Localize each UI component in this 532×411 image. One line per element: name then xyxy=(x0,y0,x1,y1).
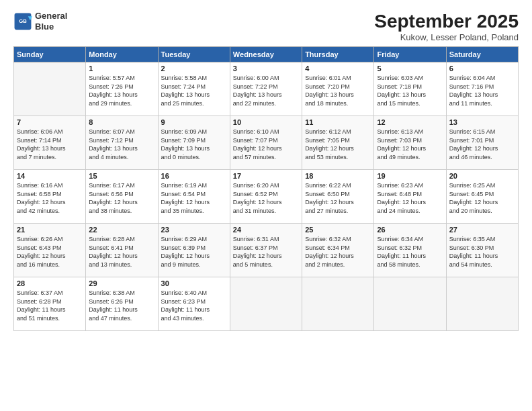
day-info: Sunrise: 6:20 AM Sunset: 6:52 PM Dayligh… xyxy=(233,181,299,215)
day-info: Sunrise: 6:35 AM Sunset: 6:30 PM Dayligh… xyxy=(449,235,515,269)
day-number: 27 xyxy=(449,226,515,234)
calendar-cell xyxy=(230,277,302,331)
day-info: Sunrise: 6:15 AM Sunset: 7:01 PM Dayligh… xyxy=(449,128,515,161)
logo-text: General Blue xyxy=(35,11,67,32)
day-info: Sunrise: 6:00 AM Sunset: 7:22 PM Dayligh… xyxy=(233,74,299,107)
calendar-week-row: 28Sunrise: 6:37 AM Sunset: 6:28 PM Dayli… xyxy=(14,277,519,331)
day-info: Sunrise: 6:03 AM Sunset: 7:18 PM Dayligh… xyxy=(377,74,443,107)
day-number: 1 xyxy=(89,64,154,73)
day-info: Sunrise: 5:58 AM Sunset: 7:24 PM Dayligh… xyxy=(161,74,227,107)
day-info: Sunrise: 6:10 AM Sunset: 7:07 PM Dayligh… xyxy=(233,128,299,161)
day-number: 16 xyxy=(161,172,227,180)
day-number: 26 xyxy=(377,226,443,234)
day-number: 17 xyxy=(233,172,299,180)
day-info: Sunrise: 6:26 AM Sunset: 6:43 PM Dayligh… xyxy=(17,235,83,269)
calendar-cell: 7Sunrise: 6:06 AM Sunset: 7:14 PM Daylig… xyxy=(14,116,86,170)
day-number: 11 xyxy=(305,118,371,126)
day-number: 15 xyxy=(89,172,154,180)
day-info: Sunrise: 6:34 AM Sunset: 6:32 PM Dayligh… xyxy=(377,235,443,269)
logo: GB General Blue xyxy=(13,11,67,32)
calendar-cell: 19Sunrise: 6:23 AM Sunset: 6:48 PM Dayli… xyxy=(374,170,446,224)
day-number: 19 xyxy=(377,172,443,180)
day-info: Sunrise: 6:16 AM Sunset: 6:58 PM Dayligh… xyxy=(17,181,83,215)
logo-icon: GB xyxy=(13,12,32,31)
day-info: Sunrise: 5:57 AM Sunset: 7:26 PM Dayligh… xyxy=(89,74,154,107)
day-info: Sunrise: 6:37 AM Sunset: 6:28 PM Dayligh… xyxy=(17,289,83,322)
day-info: Sunrise: 6:04 AM Sunset: 7:16 PM Dayligh… xyxy=(449,74,515,107)
day-info: Sunrise: 6:01 AM Sunset: 7:20 PM Dayligh… xyxy=(305,74,371,107)
day-number: 24 xyxy=(233,226,299,234)
title-block: September 2025 Kukow, Lesser Poland, Pol… xyxy=(374,11,519,42)
calendar-cell xyxy=(446,277,518,331)
day-number: 25 xyxy=(305,226,371,234)
day-number: 12 xyxy=(377,118,443,126)
day-info: Sunrise: 6:09 AM Sunset: 7:09 PM Dayligh… xyxy=(161,128,227,161)
calendar-table: SundayMondayTuesdayWednesdayThursdayFrid… xyxy=(13,46,519,331)
calendar-cell xyxy=(374,277,446,331)
column-header-sunday: Sunday xyxy=(14,47,86,62)
column-header-thursday: Thursday xyxy=(302,47,374,62)
day-number: 7 xyxy=(17,118,83,126)
day-number: 23 xyxy=(161,226,227,234)
day-number: 5 xyxy=(377,64,443,73)
calendar-cell: 28Sunrise: 6:37 AM Sunset: 6:28 PM Dayli… xyxy=(14,277,86,331)
column-header-monday: Monday xyxy=(86,47,158,62)
column-header-saturday: Saturday xyxy=(446,47,518,62)
day-number: 3 xyxy=(233,64,299,73)
day-info: Sunrise: 6:23 AM Sunset: 6:48 PM Dayligh… xyxy=(377,181,443,215)
day-info: Sunrise: 6:07 AM Sunset: 7:12 PM Dayligh… xyxy=(89,128,154,161)
day-number: 29 xyxy=(89,279,154,287)
calendar-cell: 15Sunrise: 6:17 AM Sunset: 6:56 PM Dayli… xyxy=(86,170,158,224)
logo-line2: Blue xyxy=(35,21,54,32)
calendar-cell: 13Sunrise: 6:15 AM Sunset: 7:01 PM Dayli… xyxy=(446,116,518,170)
calendar-cell: 27Sunrise: 6:35 AM Sunset: 6:30 PM Dayli… xyxy=(446,224,518,277)
logo-line1: General xyxy=(35,11,67,21)
calendar-cell: 9Sunrise: 6:09 AM Sunset: 7:09 PM Daylig… xyxy=(158,116,230,170)
day-number: 21 xyxy=(17,226,83,234)
month-title: September 2025 xyxy=(374,11,519,32)
header: GB General Blue September 2025 Kukow, Le… xyxy=(13,11,519,42)
calendar-cell: 22Sunrise: 6:28 AM Sunset: 6:41 PM Dayli… xyxy=(86,224,158,277)
calendar-cell: 14Sunrise: 6:16 AM Sunset: 6:58 PM Dayli… xyxy=(14,170,86,224)
day-info: Sunrise: 6:22 AM Sunset: 6:50 PM Dayligh… xyxy=(305,181,371,215)
calendar-cell: 12Sunrise: 6:13 AM Sunset: 7:03 PM Dayli… xyxy=(374,116,446,170)
calendar-cell: 26Sunrise: 6:34 AM Sunset: 6:32 PM Dayli… xyxy=(374,224,446,277)
day-info: Sunrise: 6:25 AM Sunset: 6:45 PM Dayligh… xyxy=(449,181,515,215)
calendar-cell: 18Sunrise: 6:22 AM Sunset: 6:50 PM Dayli… xyxy=(302,170,374,224)
column-header-friday: Friday xyxy=(374,47,446,62)
calendar-cell: 23Sunrise: 6:29 AM Sunset: 6:39 PM Dayli… xyxy=(158,224,230,277)
day-number: 10 xyxy=(233,118,299,126)
day-number: 6 xyxy=(449,64,515,73)
svg-text:GB: GB xyxy=(19,17,27,24)
day-info: Sunrise: 6:38 AM Sunset: 6:26 PM Dayligh… xyxy=(89,289,154,322)
calendar-week-row: 21Sunrise: 6:26 AM Sunset: 6:43 PM Dayli… xyxy=(14,224,519,277)
calendar-cell: 20Sunrise: 6:25 AM Sunset: 6:45 PM Dayli… xyxy=(446,170,518,224)
day-number: 13 xyxy=(449,118,515,126)
day-info: Sunrise: 6:31 AM Sunset: 6:37 PM Dayligh… xyxy=(233,235,299,269)
day-info: Sunrise: 6:40 AM Sunset: 6:23 PM Dayligh… xyxy=(161,289,227,322)
calendar-cell: 10Sunrise: 6:10 AM Sunset: 7:07 PM Dayli… xyxy=(230,116,302,170)
column-header-wednesday: Wednesday xyxy=(230,47,302,62)
day-number: 20 xyxy=(449,172,515,180)
calendar-cell: 2Sunrise: 5:58 AM Sunset: 7:24 PM Daylig… xyxy=(158,62,230,116)
calendar-week-row: 7Sunrise: 6:06 AM Sunset: 7:14 PM Daylig… xyxy=(14,116,519,170)
day-info: Sunrise: 6:06 AM Sunset: 7:14 PM Dayligh… xyxy=(17,128,83,161)
calendar-cell xyxy=(14,62,86,116)
column-header-tuesday: Tuesday xyxy=(158,47,230,62)
day-info: Sunrise: 6:28 AM Sunset: 6:41 PM Dayligh… xyxy=(89,235,154,269)
calendar-header-row: SundayMondayTuesdayWednesdayThursdayFrid… xyxy=(14,47,519,62)
calendar-cell: 21Sunrise: 6:26 AM Sunset: 6:43 PM Dayli… xyxy=(14,224,86,277)
calendar-cell: 25Sunrise: 6:32 AM Sunset: 6:34 PM Dayli… xyxy=(302,224,374,277)
calendar-week-row: 1Sunrise: 5:57 AM Sunset: 7:26 PM Daylig… xyxy=(14,62,519,116)
day-info: Sunrise: 6:12 AM Sunset: 7:05 PM Dayligh… xyxy=(305,128,371,161)
day-number: 9 xyxy=(161,118,227,126)
day-number: 18 xyxy=(305,172,371,180)
calendar-cell: 11Sunrise: 6:12 AM Sunset: 7:05 PM Dayli… xyxy=(302,116,374,170)
day-number: 22 xyxy=(89,226,154,234)
day-info: Sunrise: 6:13 AM Sunset: 7:03 PM Dayligh… xyxy=(377,128,443,161)
day-info: Sunrise: 6:29 AM Sunset: 6:39 PM Dayligh… xyxy=(161,235,227,269)
calendar-container: GB General Blue September 2025 Kukow, Le… xyxy=(0,0,532,411)
location-subtitle: Kukow, Lesser Poland, Poland xyxy=(374,32,519,42)
calendar-cell: 17Sunrise: 6:20 AM Sunset: 6:52 PM Dayli… xyxy=(230,170,302,224)
day-number: 2 xyxy=(161,64,227,73)
